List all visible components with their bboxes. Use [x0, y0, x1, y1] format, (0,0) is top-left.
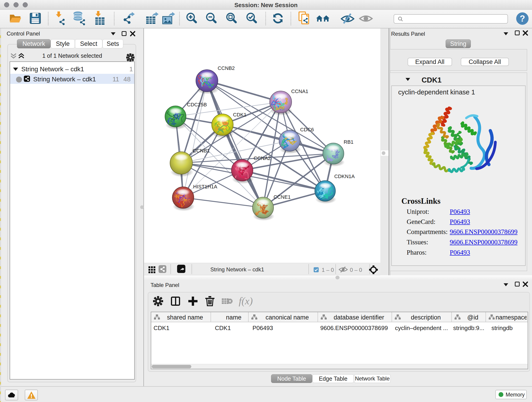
- svg-text:CCNA2: CCNA2: [254, 155, 271, 161]
- svg-text:HIST1H1A: HIST1H1A: [193, 184, 217, 190]
- svg-text:CDKN1A: CDKN1A: [334, 173, 355, 179]
- svg-text:CCNA1: CCNA1: [291, 89, 308, 94]
- svg-text:CDC25B: CDC25B: [187, 102, 207, 108]
- svg-text:RB1: RB1: [344, 139, 354, 145]
- svg-text:CDC6: CDC6: [300, 127, 314, 133]
- svg-text:CDK1: CDK1: [233, 112, 247, 118]
- svg-text:CCNB2: CCNB2: [218, 65, 235, 71]
- svg-text:CCNE1: CCNE1: [273, 194, 291, 200]
- svg-text:CCNB1: CCNB1: [193, 148, 210, 153]
